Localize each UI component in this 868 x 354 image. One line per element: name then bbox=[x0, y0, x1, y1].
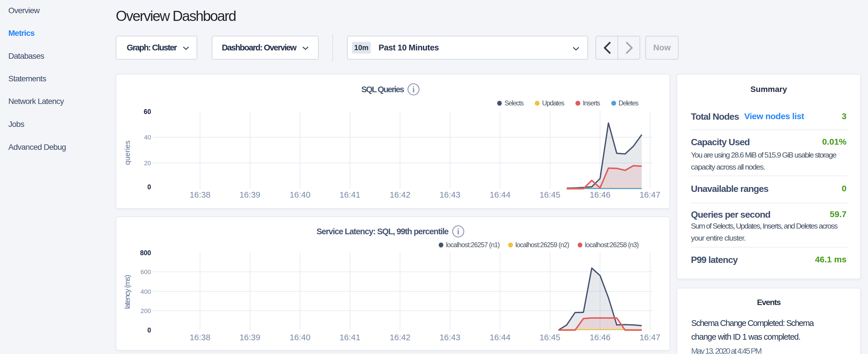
svg-text:16:42: 16:42 bbox=[390, 190, 411, 199]
svg-text:16:39: 16:39 bbox=[240, 333, 260, 342]
svg-text:16:45: 16:45 bbox=[539, 333, 560, 342]
svg-text:16:44: 16:44 bbox=[490, 333, 510, 342]
svg-text:0: 0 bbox=[147, 326, 151, 334]
svg-text:16:45: 16:45 bbox=[539, 190, 560, 199]
svg-text:16:39: 16:39 bbox=[240, 190, 260, 199]
svg-text:200: 200 bbox=[141, 307, 151, 315]
svg-text:20: 20 bbox=[144, 160, 151, 167]
svg-text:600: 600 bbox=[141, 268, 151, 276]
svg-text:16:38: 16:38 bbox=[190, 333, 211, 342]
svg-text:16:41: 16:41 bbox=[340, 333, 361, 342]
svg-text:0: 0 bbox=[147, 183, 151, 191]
svg-text:16:47: 16:47 bbox=[640, 333, 660, 342]
svg-text:16:43: 16:43 bbox=[440, 190, 461, 199]
svg-text:16:42: 16:42 bbox=[390, 333, 411, 342]
svg-text:16:41: 16:41 bbox=[340, 190, 361, 199]
svg-text:latency (ms): latency (ms) bbox=[123, 275, 131, 309]
svg-text:16:40: 16:40 bbox=[290, 190, 311, 199]
svg-text:16:40: 16:40 bbox=[290, 333, 311, 342]
svg-text:800: 800 bbox=[140, 249, 151, 257]
svg-text:queries: queries bbox=[123, 140, 131, 165]
svg-text:60: 60 bbox=[144, 108, 151, 116]
svg-text:40: 40 bbox=[144, 134, 151, 141]
svg-text:400: 400 bbox=[141, 288, 151, 295]
svg-text:16:46: 16:46 bbox=[590, 333, 611, 342]
svg-text:16:46: 16:46 bbox=[590, 190, 611, 199]
svg-text:16:38: 16:38 bbox=[190, 190, 211, 199]
svg-text:16:47: 16:47 bbox=[640, 190, 660, 199]
svg-text:16:43: 16:43 bbox=[440, 333, 461, 342]
svg-text:16:44: 16:44 bbox=[490, 190, 510, 199]
